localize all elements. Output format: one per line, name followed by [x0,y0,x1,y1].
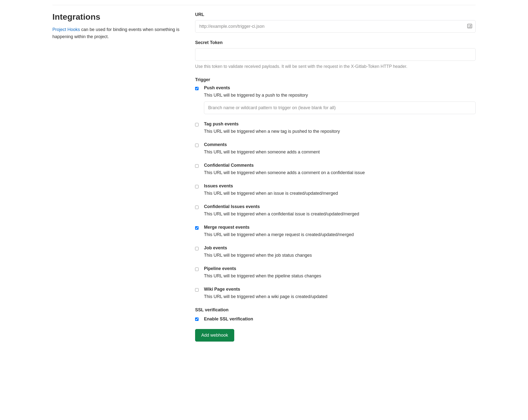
branch-pattern-input[interactable] [204,102,476,114]
trigger-desc: This URL will be triggered when the job … [204,252,476,259]
trigger-title: Issues events [204,183,476,189]
trigger-title: Merge request events [204,225,476,230]
trigger-desc: This URL will be triggered when a wiki p… [204,293,476,300]
trigger-desc: This URL will be triggered when a new ta… [204,128,476,135]
secret-token-input[interactable] [195,48,476,61]
trigger-desc: This URL will be triggered when the pipe… [204,273,476,279]
add-webhook-button[interactable]: Add webhook [195,329,234,342]
trigger-content: Tag push eventsThis URL will be triggere… [204,121,476,135]
trigger-checkbox[interactable] [195,164,199,168]
ssl-label: SSL verification [195,307,476,313]
main-form: URL Secret Token [195,12,476,342]
trigger-title: Pipeline events [204,266,476,271]
secret-token-label: Secret Token [195,40,476,45]
trigger-title: Confidential Issues events [204,204,476,209]
trigger-title: Push events [204,85,476,90]
trigger-item: Tag push eventsThis URL will be triggere… [195,121,476,135]
trigger-checkbox[interactable] [195,268,199,271]
trigger-item: Issues eventsThis URL will be triggered … [195,183,476,197]
trigger-checkbox[interactable] [195,144,199,147]
url-label: URL [195,12,476,17]
trigger-desc: This URL will be triggered when someone … [204,169,476,176]
trigger-item: Push eventsThis URL will be triggered by… [195,85,476,114]
trigger-item: Wiki Page eventsThis URL will be trigger… [195,287,476,300]
trigger-content: Merge request eventsThis URL will be tri… [204,225,476,238]
trigger-desc: This URL will be triggered when a confid… [204,211,476,217]
trigger-item: Confidential CommentsThis URL will be tr… [195,163,476,176]
project-hooks-link[interactable]: Project Hooks [52,27,80,32]
trigger-list: Push eventsThis URL will be triggered by… [195,85,476,300]
ssl-checkbox[interactable] [195,317,199,321]
trigger-label: Trigger [195,77,476,82]
trigger-content: CommentsThis URL will be triggered when … [204,142,476,155]
trigger-item: CommentsThis URL will be triggered when … [195,142,476,155]
sidebar: Integrations Project Hooks can be used f… [52,12,185,342]
trigger-content: Wiki Page eventsThis URL will be trigger… [204,287,476,300]
trigger-checkbox[interactable] [195,226,199,230]
trigger-title: Tag push events [204,121,476,127]
trigger-checkbox[interactable] [195,206,199,209]
trigger-title: Job events [204,245,476,251]
trigger-content: Pipeline eventsThis URL will be triggere… [204,266,476,279]
trigger-content: Confidential Issues eventsThis URL will … [204,204,476,217]
trigger-checkbox[interactable] [195,247,199,250]
trigger-content: Push eventsThis URL will be triggered by… [204,85,476,114]
page-title: Integrations [52,12,185,22]
trigger-checkbox[interactable] [195,185,199,188]
trigger-checkbox[interactable] [195,123,199,126]
trigger-desc: This URL will be triggered when someone … [204,149,476,155]
trigger-item: Merge request eventsThis URL will be tri… [195,225,476,238]
trigger-desc: This URL will be triggered when a merge … [204,231,476,238]
trigger-content: Job eventsThis URL will be triggered whe… [204,245,476,259]
trigger-title: Confidential Comments [204,163,476,168]
url-input[interactable] [195,20,476,33]
trigger-item: Job eventsThis URL will be triggered whe… [195,245,476,259]
trigger-content: Confidential CommentsThis URL will be tr… [204,163,476,176]
secret-token-help: Use this token to validate received payl… [195,63,476,70]
trigger-content: Issues eventsThis URL will be triggered … [204,183,476,197]
trigger-desc: This URL will be triggered by a push to … [204,92,476,99]
ssl-checkbox-label: Enable SSL verification [204,316,253,322]
trigger-item: Pipeline eventsThis URL will be triggere… [195,266,476,279]
trigger-title: Wiki Page events [204,287,476,292]
trigger-item: Confidential Issues eventsThis URL will … [195,204,476,217]
trigger-desc: This URL will be triggered when an issue… [204,190,476,197]
trigger-checkbox[interactable] [195,288,199,292]
trigger-title: Comments [204,142,476,147]
trigger-checkbox[interactable] [195,87,199,90]
sidebar-description: Project Hooks can be used for binding ev… [52,26,185,40]
